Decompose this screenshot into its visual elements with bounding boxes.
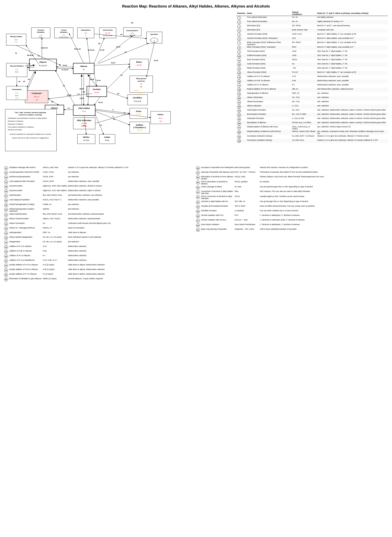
reaction-name: Epoxidation of alkenes bbox=[246, 121, 291, 126]
reaction-notes: SN2; best for 1° alkyl halides, 2° OK bbox=[317, 62, 388, 67]
svg-text:R-OR: R-OR bbox=[137, 64, 142, 66]
table-row: 10 Sulfide formation [SN2] ⊖SR SN2; best… bbox=[236, 54, 388, 58]
reaction-conditions: H₂SO₄, ROH bbox=[43, 180, 68, 182]
reaction-conditions: Hg(OAc)₂, H₂O, then NaBH₄ bbox=[43, 189, 68, 191]
reaction-notes: Markovnikov selective bbox=[68, 245, 192, 247]
reaction-notes: Best for 1° alkyl halides; 2° can compet… bbox=[317, 71, 388, 75]
reaction-name: Ester formation [SN2] bbox=[246, 58, 291, 62]
svg-text:R: R bbox=[83, 68, 84, 70]
item-content: Conversion of alcohols to alkyl halides … bbox=[201, 190, 388, 194]
reaction-conditions: TsCl or MsCl bbox=[235, 205, 260, 207]
reaction-conditions: CHCl₃, KOH bbox=[43, 176, 68, 178]
list-item: 38 Acid-catalyzed hydration H₂SO₄, H₂O (… bbox=[4, 199, 192, 202]
reaction-name: Free radical bromination bbox=[246, 20, 291, 24]
item-content: Dichlorocyclopropanation CHCl₃, KOH syn-… bbox=[9, 176, 192, 178]
reaction-notes: Can use other oxidants but I₂ is most co… bbox=[260, 210, 388, 212]
reaction-name: Elimination [E1] bbox=[246, 28, 291, 33]
svg-text:55: 55 bbox=[28, 63, 30, 65]
reaction-conditions: BH₃, then NaOH, H₂O₂ bbox=[43, 213, 68, 215]
list-item: 47 Halogenation Cl₂, Br₂, or I₂ (1 equiv… bbox=[4, 241, 192, 244]
svg-text:O: O bbox=[154, 39, 155, 41]
table-row: 26 Epoxidation of alkenes RCO₃H (e.g. m-… bbox=[236, 121, 388, 126]
reaction-notes: anti-selective bbox=[68, 208, 192, 212]
reaction-conditions: PCC bbox=[235, 214, 260, 216]
reaction-number: 67 bbox=[196, 219, 200, 223]
reaction-name: Alcohol oxidation with H₂CrO₄ bbox=[201, 219, 235, 221]
reaction-conditions: RCO₃H (e.g. m-CPBA) bbox=[291, 121, 317, 126]
svg-text:46: 46 bbox=[18, 80, 20, 82]
reaction-number: 1 bbox=[236, 16, 246, 20]
svg-text:58,59: 58,59 bbox=[90, 79, 94, 80]
table-row: 13 Nitrile formation [SN2] ⁻CN SN2; best… bbox=[236, 67, 388, 71]
svg-text:5,6: 5,6 bbox=[83, 91, 85, 93]
svg-text:R-C≡N: R-C≡N bbox=[83, 139, 89, 141]
list-item: 63 Alcohols to alkyl halides with HX HCl… bbox=[196, 200, 388, 204]
reaction-conditions: RCO₂⁻ bbox=[291, 58, 317, 62]
list-item: 57 Opening of epoxides with aqueous acid… bbox=[196, 171, 388, 175]
table-row: 5 Alcohol Formation [SN2] ⊖OH / H₂O Best… bbox=[236, 33, 388, 37]
reaction-number: 56 bbox=[196, 166, 200, 170]
reaction-notes: Add to least substituted position of epo… bbox=[260, 228, 388, 230]
reaction-notes: syn-selective bbox=[68, 203, 192, 205]
list-item: 48 Addition of H-Cl to Alkynes H-Cl Mark… bbox=[4, 245, 192, 249]
reaction-number: 60 bbox=[196, 186, 200, 189]
item-content: Alkyne hydroboration BH₃, then NaOH, H₂O… bbox=[9, 213, 192, 215]
reaction-conditions: Br₂, hν bbox=[291, 20, 317, 24]
reaction-name: Acid-catalyzed ether formation bbox=[9, 180, 43, 182]
svg-text:1,2: 1,2 bbox=[68, 107, 70, 109]
reaction-conditions: H-I [2 equiv] bbox=[43, 273, 68, 275]
reaction-number: 24 bbox=[236, 113, 246, 117]
reaction-number: 3 bbox=[236, 24, 246, 28]
table-row: 20 Alkane chlorination Cl₂, CCl₄ anti- s… bbox=[236, 96, 388, 100]
svg-text:R: R bbox=[154, 41, 155, 43]
list-item: 69 Basic ring opening of epoxides Grigna… bbox=[196, 228, 388, 232]
reaction-notes: anti- selective; Markovnikov selective, … bbox=[317, 117, 388, 121]
reaction-conditions: ROH bbox=[291, 46, 317, 50]
item-content: Disulfide formation I₂ (oxidant) Can use… bbox=[201, 210, 388, 212]
reaction-name: Alcohols to alkyl halides with HX bbox=[201, 200, 235, 202]
svg-line-102 bbox=[94, 97, 100, 105]
reaction-name: Ozonolysis (oxidative workup) bbox=[246, 139, 291, 143]
svg-text:Sulfides: Sulfides bbox=[136, 124, 143, 126]
item-content: Elimination of dihalides to give alkynes… bbox=[9, 278, 192, 280]
list-item: 53 Double addition of H-Br to Alkynes H-… bbox=[4, 268, 192, 272]
reaction-notes: SN2; best for 1° alkyl halides, 2° OK bbox=[317, 58, 388, 62]
svg-text:10: 10 bbox=[113, 118, 115, 120]
reaction-name: Hydrogenation of alkenes bbox=[246, 92, 291, 96]
svg-text:It will be expanded as subsequ: It will be expanded as subsequent chapte… bbox=[10, 133, 51, 135]
reaction-name: Formation of epoxides from halohydrins bbox=[201, 166, 235, 168]
reaction-conditions: H-Cl bbox=[291, 75, 317, 79]
reaction-conditions: H₂SO₄, heat bbox=[235, 176, 260, 180]
reaction-number: 25 bbox=[236, 117, 246, 121]
svg-text:R-S-R: R-S-R bbox=[137, 129, 142, 131]
svg-text:R-S-S-R: R-S-S-R bbox=[134, 100, 141, 102]
svg-line-161 bbox=[55, 70, 75, 106]
reaction-notes: SN2; best for 1° alkyl halides, 2° OK bbox=[317, 67, 388, 71]
svg-text:HO OH: HO OH bbox=[105, 32, 111, 34]
svg-text:48,49,50: 48,49,50 bbox=[27, 54, 34, 56]
reaction-notes: SN2 reaction. PCl₃ can also be used to m… bbox=[260, 190, 388, 194]
item-content: Halogenation Cl₂, Br₂, or I₂ (1 equiv) a… bbox=[9, 241, 192, 243]
list-item: 55 Elimination of dihalides to give alky… bbox=[4, 278, 192, 281]
reaction-number: 59 bbox=[196, 181, 200, 184]
reaction-number: 27 bbox=[236, 126, 246, 130]
reaction-number: 13 bbox=[236, 67, 246, 71]
item-content: SOCl₂ conversion of alcohols to alkyl ch… bbox=[201, 195, 388, 200]
item-content: Addition of H-Cl to Alkynes H-Cl Markovn… bbox=[9, 245, 192, 247]
reaction-number: 61 bbox=[196, 190, 200, 194]
reaction-name: Ether Formation [SN2] "Williamson Ether … bbox=[246, 41, 291, 46]
reaction-conditions: Pd/C, H₂ bbox=[43, 231, 68, 233]
svg-text:=O: =O bbox=[159, 120, 162, 122]
svg-text:R-OH: R-OH bbox=[94, 91, 99, 93]
svg-text:covered in chapters covering:: covered in chapters covering: bbox=[19, 114, 42, 116]
svg-text:Alkynes: Alkynes bbox=[39, 61, 46, 63]
svg-text:46,52-54: 46,52-54 bbox=[41, 47, 48, 49]
reaction-number: 40 bbox=[4, 208, 8, 212]
svg-text:68: 68 bbox=[51, 101, 53, 103]
reaction-number: 57 bbox=[196, 171, 200, 175]
svg-text:Tetrahalides: Tetrahalides bbox=[12, 89, 22, 90]
bottom-section: 31 Oxidative cleavage with KMnO₄ KMnO₄, … bbox=[4, 166, 388, 282]
reaction-notes: SN2; best for 1° alkyl halides, 2° OK bbox=[317, 50, 388, 54]
list-item: 58 Elimination of alcohols to form alken… bbox=[196, 176, 388, 180]
reaction-notes: 1° alcohols to aldehydes; 2° alcohols to… bbox=[260, 223, 388, 225]
